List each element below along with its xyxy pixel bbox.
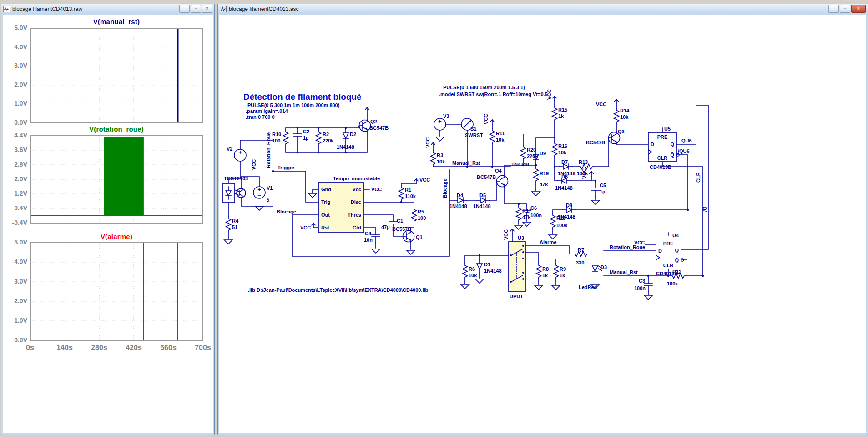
schematic-label[interactable]: VCC	[483, 114, 489, 124]
schematic-label[interactable]: U3	[518, 235, 524, 241]
schematic-label[interactable]: Ctrl	[353, 225, 361, 230]
maximize-button[interactable]: ▫	[191, 5, 201, 13]
waveform-plot[interactable]	[30, 242, 203, 341]
schematic-label[interactable]: PRE	[657, 134, 668, 140]
optocoupler-symbol[interactable]	[223, 183, 246, 203]
schematic-label[interactable]: 1N4148	[511, 162, 529, 167]
schematic-label[interactable]: 1k	[542, 273, 548, 278]
schematic-label[interactable]: D1	[484, 262, 490, 267]
schematic-label[interactable]: R20	[527, 147, 536, 152]
schematic-label[interactable]: PRE	[663, 241, 674, 246]
schematic-label[interactable]: 1N4148	[555, 185, 573, 191]
schematic-label[interactable]: V1	[267, 185, 273, 191]
schematic-label[interactable]: PULSE(0 1 600 150m 200m 1.5 3 1)	[443, 85, 525, 90]
schematic-label[interactable]: 47k	[540, 182, 548, 187]
schematic-label[interactable]: .lib D:\Jean-Paul\Documents\LTspiceXVII\…	[248, 287, 429, 293]
schematic-label[interactable]: /Q	[702, 206, 707, 212]
schematic-label[interactable]: 1µ	[600, 189, 605, 194]
schematic-label[interactable]: VCC	[371, 187, 382, 192]
schematic-label[interactable]: Out	[321, 212, 330, 218]
schematic-label[interactable]: Manual_Rst	[610, 269, 638, 275]
schematic-label[interactable]: D3	[601, 264, 607, 270]
schematic-label[interactable]: QU6	[681, 138, 692, 143]
schematic-label[interactable]: R11	[496, 131, 505, 136]
schematic-label[interactable]: 1k	[558, 113, 564, 119]
schematic-label[interactable]: R9	[560, 266, 566, 272]
schematic-label[interactable]: Q	[675, 248, 679, 253]
maximize-button[interactable]: ▫	[840, 5, 850, 13]
schematic-label[interactable]: R16	[558, 143, 567, 149]
schematic-label[interactable]: D	[651, 142, 654, 147]
schematic-label[interactable]: VCC	[425, 137, 430, 148]
schematic-canvas[interactable]: Détection de filament bloquéPULSE(0 5 30…	[219, 15, 866, 433]
schematic-label[interactable]: S1	[470, 126, 476, 132]
schematic-label[interactable]: VCC	[546, 89, 552, 100]
dpdt-switch-symbol[interactable]	[509, 242, 525, 292]
schematic-label[interactable]: Q3	[618, 129, 625, 134]
schematic-label[interactable]: 10k	[558, 150, 567, 155]
schematic-label[interactable]: C6	[530, 205, 537, 211]
trace[interactable]	[30, 137, 202, 216]
schematic-label[interactable]: VCC	[251, 159, 257, 170]
schematic-label[interactable]: .param igain=.014	[246, 108, 288, 114]
schematic-label[interactable]: Blocage	[277, 209, 296, 214]
schematic-label[interactable]: 100	[418, 215, 426, 221]
schematic-label[interactable]: VCC	[634, 240, 645, 245]
schematic-label[interactable]: 330	[576, 260, 584, 265]
trace[interactable]	[30, 243, 202, 340]
schematic-label[interactable]: R14	[620, 108, 630, 113]
schematic-titlebar[interactable]: blocage filamentCD4013.asc – ▫ ×	[218, 4, 868, 14]
schematic-client-area[interactable]: Détection de filament bloquéPULSE(0 5 30…	[219, 15, 866, 433]
schematic-label[interactable]: 1k	[560, 273, 565, 278]
schematic-label[interactable]: Q	[670, 142, 674, 147]
schematic-label[interactable]: 1N4148	[484, 268, 502, 274]
schematic-label[interactable]: Thres	[348, 212, 361, 218]
schematic-label[interactable]: 10n	[364, 237, 373, 243]
schematic-label[interactable]: 10k	[620, 114, 629, 120]
schematic-label[interactable]: 1µ	[303, 135, 308, 141]
schematic-label[interactable]: C2	[303, 129, 309, 134]
schematic-label[interactable]: R13	[579, 159, 588, 165]
schematic-label[interactable]: Manual_Rst	[452, 160, 480, 166]
schematic-label[interactable]: R4	[232, 218, 239, 224]
schematic-label[interactable]: R19	[540, 171, 549, 176]
trace-label[interactable]: V(rotation_roue)	[30, 125, 203, 133]
schematic-label[interactable]: R6	[469, 266, 475, 272]
schematic-label[interactable]: Q̄	[675, 258, 679, 263]
schematic-label[interactable]: U4	[672, 233, 679, 238]
schematic-label[interactable]: Tempo_monostable	[333, 176, 380, 181]
schematic-label[interactable]: .model SWRST sw(Ron=.1 Roff=10meg Vt=0.5…	[439, 91, 551, 97]
schematic-label[interactable]: VCC	[596, 102, 606, 107]
schematic-label[interactable]: R15	[558, 107, 567, 112]
waveform-titlebar[interactable]: blocage filamentCD4013.raw – ▫ ×	[1, 4, 214, 14]
schematic-label[interactable]: .tran 0 700 0	[246, 114, 275, 120]
schematic-label[interactable]: C4	[365, 231, 372, 236]
schematic-label[interactable]: 220k	[527, 153, 538, 159]
waveform-plot[interactable]	[30, 28, 203, 123]
schematic-label[interactable]: /QU6	[678, 148, 690, 154]
schematic-label[interactable]: 1N4148	[337, 144, 354, 150]
schematic-label[interactable]: D5	[479, 193, 486, 198]
waveform-client-area[interactable]: V(manual_rst)5.0V4.0V3.0V2.0V1.0V0.0VV(r…	[3, 15, 213, 433]
schematic-label[interactable]: R8	[542, 266, 549, 272]
schematic-label[interactable]: CLR	[663, 263, 674, 268]
schematic-label[interactable]: 10k	[496, 137, 505, 142]
schematic-label[interactable]: SWRST	[465, 132, 483, 138]
waveform-plot[interactable]	[30, 135, 203, 224]
schematic-label[interactable]: Q̄	[670, 152, 674, 158]
schematic-label[interactable]: 1N4148	[449, 203, 467, 209]
schematic-label[interactable]: 100n	[530, 213, 542, 218]
schematic-label[interactable]: Q4	[495, 168, 502, 173]
schematic-label[interactable]: 100	[272, 138, 280, 143]
schematic-label[interactable]: CLR	[657, 155, 668, 161]
schematic-label[interactable]: CD4013B	[650, 164, 671, 170]
schematic-label[interactable]: VCC	[300, 225, 311, 230]
schematic-label[interactable]: R5	[418, 209, 424, 214]
schematic-label[interactable]: D	[658, 248, 662, 254]
schematic-label[interactable]: BC547B	[369, 125, 389, 131]
close-button[interactable]: ×	[202, 5, 212, 13]
schematic-label[interactable]: 220k	[323, 138, 334, 143]
schematic-label[interactable]: TCST2103	[224, 176, 248, 181]
schematic-label[interactable]: Disc	[351, 199, 361, 205]
schematic-label[interactable]: Gnd	[321, 187, 331, 192]
